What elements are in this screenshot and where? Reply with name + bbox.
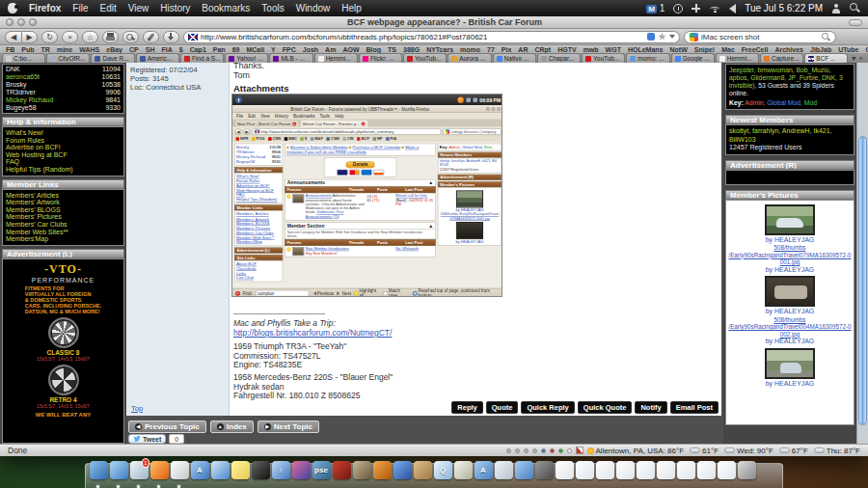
sidebar-link[interactable]: Forum Rules <box>6 137 121 145</box>
search-input[interactable] <box>701 33 819 41</box>
tab[interactable]: Dave R... <box>91 53 134 63</box>
weather-segment[interactable]: Allentown, PA, USA: 86°F <box>587 447 685 455</box>
sidebar-link[interactable]: What's New! <box>6 129 121 137</box>
screenshot-doc-icon[interactable] <box>555 461 574 484</box>
forward-button[interactable]: ▶ <box>21 31 38 43</box>
bookmark-item[interactable]: SH <box>146 46 155 53</box>
print-button[interactable] <box>102 31 119 43</box>
menu-item[interactable]: File <box>72 3 88 14</box>
clock-extension-icon[interactable] <box>567 448 572 453</box>
extension-icon[interactable] <box>532 448 537 453</box>
poster-name[interactable]: Mickey Richaud <box>6 96 53 104</box>
bookmark-item[interactable]: FB <box>6 46 14 53</box>
box-icon[interactable] <box>413 461 432 484</box>
zoom-window-button[interactable] <box>29 18 37 26</box>
tab[interactable]: Aurora ... <box>448 53 491 63</box>
attachment-screenshot[interactable]: f 06:09 PM British Car Forum - Forums po… <box>231 94 502 297</box>
topic-nav-button[interactable]: ▲Index <box>210 420 254 433</box>
bookmark-item[interactable]: Blog <box>366 46 382 53</box>
bookmark-item[interactable]: CRpt <box>534 46 551 53</box>
topic-nav-button[interactable]: ▶Next Topic <box>258 420 319 433</box>
member-photo-thumbnail[interactable] <box>765 276 815 307</box>
photo-credit-link[interactable]: by HEALEYJAG <box>728 236 852 245</box>
photoshop-elements-icon[interactable]: pse <box>312 461 331 484</box>
bookmark-item[interactable]: HGTV <box>557 46 576 53</box>
photo-file-link[interactable]: /Early90sRacingandTravel079MA16309572-00… <box>728 252 852 266</box>
game-icon[interactable] <box>393 461 412 484</box>
extension-icon[interactable] <box>515 448 520 453</box>
new-tab-button[interactable]: + <box>858 54 863 63</box>
tab[interactable]: Capture... <box>760 53 803 63</box>
google-icon[interactable] <box>690 33 698 41</box>
tab[interactable]: C:bo... <box>2 53 45 63</box>
wifi-menu-icon[interactable] <box>709 5 720 13</box>
preview-icon[interactable] <box>372 461 392 484</box>
post-action-button[interactable]: Quote <box>486 401 519 414</box>
xcode-icon[interactable] <box>352 461 371 484</box>
forecastfox-flag-icon[interactable] <box>576 447 583 454</box>
bookmark-item[interactable]: Josh <box>303 46 318 53</box>
keychain-button[interactable] <box>122 31 139 43</box>
applications-folder-icon[interactable]: A <box>474 461 493 484</box>
bookmark-item[interactable]: JibJab <box>810 46 831 53</box>
post-action-button[interactable]: Reply <box>451 401 482 414</box>
tab[interactable]: Google ... <box>671 53 715 63</box>
bookmark-item[interactable]: Mac <box>721 46 735 53</box>
menu-item[interactable]: Edit <box>99 3 116 14</box>
poster-name[interactable]: Brosky <box>6 81 26 89</box>
bookmark-item[interactable]: Archives <box>774 46 803 53</box>
user-menu-icon[interactable] <box>831 4 841 14</box>
post-action-button[interactable]: Quick Quote <box>578 401 633 414</box>
bookmark-item[interactable]: MCall <box>246 46 264 53</box>
app-store-icon[interactable]: A <box>190 461 209 484</box>
quicktime-icon[interactable]: Q <box>433 461 452 484</box>
photo-file-link[interactable]: 508/thumbs <box>728 316 852 324</box>
bookmark-item[interactable]: Pan <box>213 46 226 53</box>
bookmark-item[interactable]: Pub <box>21 46 34 53</box>
window-scrollbar[interactable] <box>856 63 868 444</box>
sidebar-link[interactable]: Members' Articles <box>6 192 121 200</box>
member-photo-thumbnail[interactable] <box>765 348 815 379</box>
poster-name[interactable]: TR3driver <box>6 89 36 96</box>
dashboard-icon[interactable] <box>251 461 270 484</box>
ichat-icon[interactable] <box>109 461 128 484</box>
bookmark-item[interactable]: UTube <box>838 46 858 53</box>
sidebar-link[interactable]: Helpful Tips (Random) <box>6 166 121 174</box>
bookmark-item[interactable]: FPC <box>283 46 296 53</box>
bookmark-item[interactable]: FreeCell <box>742 46 769 53</box>
iphoto-icon[interactable] <box>453 461 473 484</box>
tab[interactable]: Yahoo! ... <box>225 53 268 63</box>
sidebar-link[interactable]: Members'Map <box>6 235 121 243</box>
trash-icon[interactable] <box>737 461 756 484</box>
spotlight-icon[interactable] <box>850 3 860 14</box>
finder-icon[interactable] <box>89 461 108 484</box>
volume-menu-icon[interactable] <box>729 4 736 14</box>
documents-stack-icon[interactable] <box>494 461 513 484</box>
tab-list-button[interactable]: ▾ <box>852 54 855 63</box>
photo-credit-link[interactable]: by HEALEYJAG <box>728 266 852 275</box>
screenshot-doc-icon[interactable] <box>656 461 675 484</box>
signature-link[interactable]: http://blogs.britishcarforum.com/NutmegC… <box>233 328 392 338</box>
photo-credit-link[interactable]: by HEALEYJAG <box>728 308 852 316</box>
tab[interactable]: YouTub... <box>403 53 447 63</box>
tab[interactable]: Americ... <box>136 53 179 63</box>
sidebar-link[interactable]: Advertise on BCF! <box>6 144 121 151</box>
itunes-icon[interactable]: ♪ <box>271 461 290 484</box>
tab[interactable]: Nativo ... <box>493 53 536 63</box>
bookmark-item[interactable]: 388G <box>403 46 420 53</box>
bookmark-item[interactable]: 77 <box>487 46 495 53</box>
firefox-icon[interactable] <box>149 461 169 484</box>
bookmark-item[interactable]: 69 <box>232 46 240 53</box>
screenshot-doc-icon[interactable] <box>595 461 614 484</box>
post-action-button[interactable]: Notify <box>635 401 666 414</box>
tab[interactable]: Find a S... <box>180 53 224 63</box>
tab[interactable]: MLB - ... <box>269 53 312 63</box>
sync-extension-icon[interactable] <box>541 448 546 453</box>
sidebar-link[interactable]: Members' Car Clubs <box>6 221 121 229</box>
sidebar-link[interactable]: Web Hosting at BCF <box>6 151 121 159</box>
menu-item[interactable]: Bookmarks <box>202 3 250 14</box>
bookmark-item[interactable]: AR <box>518 46 528 53</box>
weather-segment[interactable]: Wed: 90°F <box>724 447 773 455</box>
search-bar[interactable] <box>684 31 836 43</box>
bookmark-item[interactable]: WAHS <box>79 46 99 53</box>
